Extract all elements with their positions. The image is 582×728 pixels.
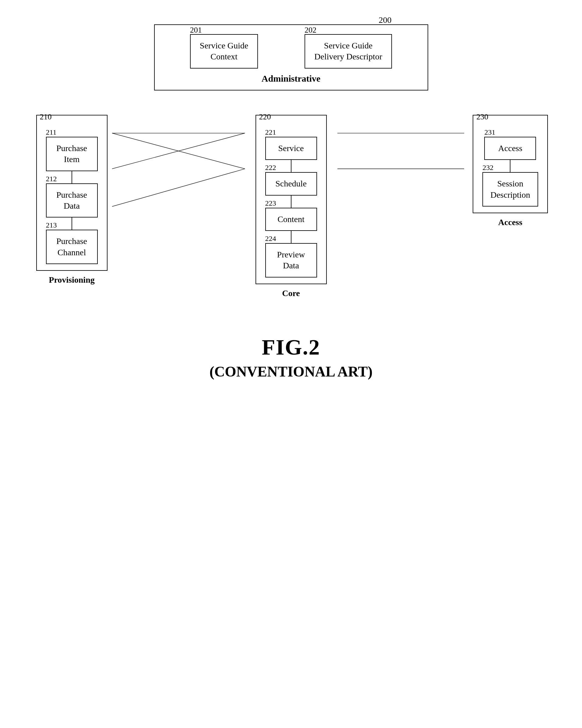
col-item-231: 231 Access: [484, 137, 536, 160]
figure-caption: FIG.2 (CONVENTIONAL ART): [210, 335, 373, 380]
col-item-ref-231: 231: [484, 128, 495, 136]
column-220: 220 221 Service 222 Schedule 223 Content: [245, 115, 337, 298]
col-210-label: Provisioning: [49, 275, 95, 285]
admin-item-ref-202: 202: [305, 26, 316, 35]
col-210-box: 210 211 PurchaseItem 212 PurchaseData 21…: [36, 115, 107, 271]
column-210: 210 211 PurchaseItem 212 PurchaseData 21…: [32, 115, 111, 285]
col-item-ref-221: 221: [265, 128, 276, 136]
col-box-224: PreviewData: [265, 243, 317, 278]
diagram-section: 210 211 PurchaseItem 212 PurchaseData 21…: [32, 115, 550, 298]
page-container: 200 201 Service GuideContext 202 Service…: [24, 12, 558, 380]
admin-outer-box: 201 Service GuideContext 202 Service Gui…: [154, 24, 428, 90]
col-box-213: PurchaseChannel: [46, 230, 98, 264]
admin-section: 200 201 Service GuideContext 202 Service…: [154, 24, 428, 90]
col-item-223: 223 Content: [265, 208, 317, 231]
col-item-ref-213: 213: [46, 221, 57, 229]
col-item-224: 224 PreviewData: [265, 243, 317, 278]
col-220-ref: 220: [259, 112, 271, 122]
col-box-212: PurchaseData: [46, 183, 98, 218]
admin-item-ref-201: 201: [190, 26, 202, 35]
col-item-212: 212 PurchaseData: [46, 183, 98, 218]
v-connector-211-212: [72, 171, 72, 183]
col-item-ref-211: 211: [46, 128, 57, 136]
col-230-box: 230 231 Access 232 SessionDescription: [473, 115, 548, 213]
diagram-columns: 210 211 PurchaseItem 212 PurchaseData 21…: [32, 115, 550, 298]
col-230-label: Access: [498, 217, 522, 227]
col-box-223: Content: [265, 208, 317, 231]
admin-inner-row: 201 Service GuideContext 202 Service Gui…: [167, 34, 416, 69]
col-item-232: 232 SessionDescription: [482, 172, 538, 207]
v-connector-222-223: [291, 196, 291, 208]
admin-box-202: Service GuideDelivery Descriptor: [305, 34, 392, 69]
col-item-ref-224: 224: [265, 235, 276, 243]
admin-ref: 200: [379, 15, 392, 25]
admin-label: Administrative: [167, 73, 416, 84]
admin-box-201: Service GuideContext: [190, 34, 258, 69]
col-item-221: 221 Service: [265, 137, 317, 160]
col-220-label: Core: [282, 288, 300, 298]
col-item-222: 222 Schedule: [265, 172, 317, 195]
col-item-213: 213 PurchaseChannel: [46, 230, 98, 264]
admin-item-202: 202 Service GuideDelivery Descriptor: [305, 34, 392, 69]
col-box-221: Service: [265, 137, 317, 160]
col-210-ref: 210: [40, 112, 52, 122]
column-230: 230 231 Access 232 SessionDescription Ac…: [471, 115, 550, 227]
v-connector-231-232: [510, 160, 510, 172]
figure-subtitle: (CONVENTIONAL ART): [210, 363, 373, 380]
col-box-222: Schedule: [265, 172, 317, 195]
col-item-ref-223: 223: [265, 199, 276, 207]
col-box-231: Access: [484, 137, 536, 160]
col-item-ref-232: 232: [482, 163, 493, 172]
v-connector-221-222: [291, 160, 291, 172]
v-connector-223-224: [291, 231, 291, 243]
col-item-ref-212: 212: [46, 175, 57, 183]
admin-item-201: 201 Service GuideContext: [190, 34, 258, 69]
col-220-box: 220 221 Service 222 Schedule 223 Content: [256, 115, 327, 284]
col-230-ref: 230: [476, 112, 488, 122]
col-box-211: PurchaseItem: [46, 137, 98, 171]
col-item-211: 211 PurchaseItem: [46, 137, 98, 171]
col-box-232: SessionDescription: [482, 172, 538, 207]
figure-title: FIG.2: [210, 335, 373, 360]
col-item-ref-222: 222: [265, 163, 276, 172]
v-connector-212-213: [72, 217, 72, 230]
